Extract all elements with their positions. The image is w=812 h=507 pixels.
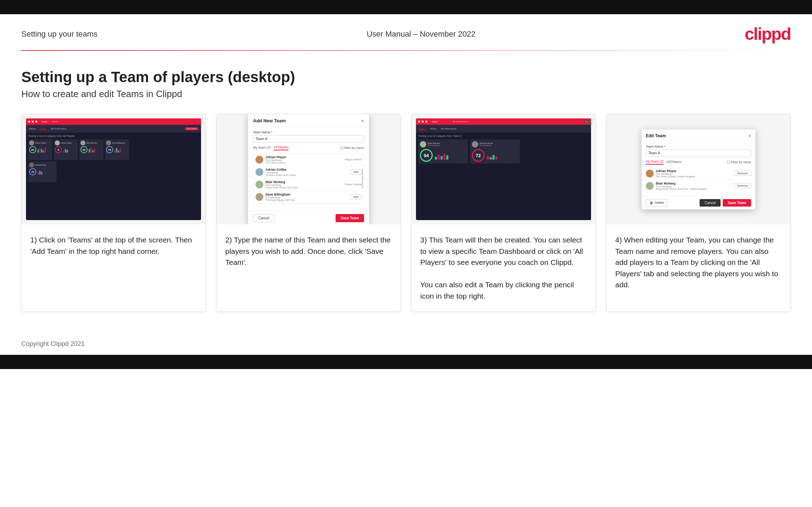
mockup-player-1-score-row: 84 xyxy=(29,146,51,153)
footer: Copyright Clippd 2021 xyxy=(0,333,812,355)
card-1: clippd Home My Performance Players Teams… xyxy=(21,114,206,312)
mockup-player-4: Dave Billingham 78 xyxy=(105,139,129,160)
player-info-2: Blair McHarg Plus HandicapRoyal North De… xyxy=(265,180,342,189)
card-4-screenshot: Edit Team × Team Name * My Team (2) All … xyxy=(607,114,790,224)
edit-dialog-body: Team Name * My Team (2) All Players Filt… xyxy=(642,141,755,196)
player-avatar-0 xyxy=(255,156,263,164)
dialog-footer: Cancel Save Team xyxy=(248,211,369,225)
edit-player-name-0: Adrian Player xyxy=(656,169,732,173)
page-title-section: Setting up a Team of players (desktop) H… xyxy=(0,51,812,114)
edit-tab-my-team[interactable]: My Team (2) xyxy=(646,160,664,165)
save-team-button[interactable]: Save Team xyxy=(336,214,364,222)
bar xyxy=(120,149,121,153)
edit-filter-checkbox[interactable] xyxy=(727,161,730,164)
mockup-player-4-top: Dave Billingham xyxy=(106,140,128,145)
player-sub-3: 5.5 HandicapThe Dog Maging Golf Club xyxy=(265,196,348,201)
team-bars-1 xyxy=(435,153,448,160)
mockup-players-grid: Adrian Collins 84 xyxy=(28,139,199,160)
edit-player-sub-1: Plus HandicapRoyal North Devon Golf Club… xyxy=(656,185,732,190)
team-avatar-2 xyxy=(472,141,478,148)
bar xyxy=(116,148,117,153)
card-3-mockup: clippd Teams My Performance ✏ Players Te… xyxy=(416,118,591,220)
mockup-score-1: 84 xyxy=(29,146,36,153)
player-avatar-1 xyxy=(255,168,263,176)
mockup-player-3-top: Blair McHarg xyxy=(80,140,102,145)
bar xyxy=(446,155,448,160)
mockup-add-team-btn: Add Team xyxy=(185,127,198,130)
scrollbar xyxy=(362,169,363,188)
mockup-player-5: Richard Butler 72 xyxy=(28,161,57,182)
card-3-description-1: 3) This Team will then be created. You c… xyxy=(420,236,583,266)
dialog-close-icon[interactable]: × xyxy=(361,118,364,124)
player-list: Adrian Player Plus HandicapThe Shive Lon… xyxy=(253,153,364,204)
edit-player-info-0: Adrian Player Plus HandicapThe Shive Lon… xyxy=(656,169,732,178)
player-info-3: Dave Billingham 5.5 HandicapThe Dog Magi… xyxy=(265,193,348,201)
bar xyxy=(65,149,66,153)
player-row-2: Blair McHarg Plus HandicapRoyal North De… xyxy=(253,178,364,191)
player-info-0: Adrian Player Plus HandicapThe Shive Lon… xyxy=(265,155,342,164)
edit-player-name-1: Blair McHarg xyxy=(656,182,732,185)
mockup-team-label: Finding 2 out of 2 players from: Team A xyxy=(418,135,589,137)
tab-all-players[interactable]: All Players xyxy=(274,145,289,150)
add-player-btn-3[interactable]: Add xyxy=(350,194,362,199)
mockup-bars-4 xyxy=(114,147,121,153)
team-name-input[interactable] xyxy=(253,135,364,143)
player-row-3: Dave Billingham 5.5 HandicapThe Dog Magi… xyxy=(253,191,364,203)
mockup-player-3-name: Blair McHarg xyxy=(86,142,97,144)
bar xyxy=(89,149,90,153)
mockup-team-player-1-header: Blair McHargPlus Handicap xyxy=(420,141,466,148)
mockup-nav-teams: My Performance xyxy=(62,121,77,123)
dialog-body: Team Name * My Team (2) All Players Filt… xyxy=(248,127,369,211)
edit-dialog-tabs: My Team (2) All Players Filter by name xyxy=(646,160,751,165)
bar xyxy=(39,171,41,175)
edit-dialog-close-icon[interactable]: × xyxy=(748,133,751,139)
remove-player-btn-0[interactable]: Remove xyxy=(734,171,751,176)
team-name-label: Team Name * xyxy=(253,130,364,134)
header-center-text: User Manual – November 2022 xyxy=(367,30,475,39)
player-sub-2: Plus HandicapRoyal North Devon Golf Club xyxy=(265,184,342,189)
mockup-player-2-score-row: 0 xyxy=(55,146,77,153)
cancel-button[interactable]: Cancel xyxy=(253,214,275,222)
mockup-brand-3: clippd xyxy=(432,121,437,123)
team-player-1-name: Blair McHargPlus Handicap xyxy=(428,142,440,146)
bar xyxy=(438,155,440,160)
topbar-dot xyxy=(35,121,37,123)
mockup-content: Finding 4 out of 4 players from: All Pla… xyxy=(26,133,201,184)
edit-actions: Cancel Save Team xyxy=(700,199,751,207)
edit-save-team-button[interactable]: Save Team xyxy=(723,199,751,207)
bar xyxy=(435,157,437,160)
delete-team-button[interactable]: 🗑 Delete xyxy=(646,199,668,207)
remove-player-btn-1[interactable]: Remove xyxy=(734,183,751,188)
bar xyxy=(495,156,497,160)
edit-tab-all-players[interactable]: All Players xyxy=(666,160,682,164)
bar xyxy=(487,156,489,160)
card-4: Edit Team × Team Name * My Team (2) All … xyxy=(606,114,791,312)
bar xyxy=(39,148,41,153)
mockup-avatar-3 xyxy=(80,140,85,145)
player-info-1: Adrian Coliba 1 HandicapCentral London G… xyxy=(265,168,348,176)
bar xyxy=(94,149,95,153)
add-player-btn-1[interactable]: Add xyxy=(350,169,362,175)
bar xyxy=(118,150,119,153)
player-status-2: Player Added xyxy=(344,183,362,186)
bar xyxy=(443,154,445,160)
edit-cancel-button[interactable]: Cancel xyxy=(700,199,721,207)
filter-checkbox-icon[interactable] xyxy=(340,146,343,149)
bar xyxy=(92,150,94,153)
card-4-description: 4) When editing your Team, you can chang… xyxy=(615,236,778,289)
player-name-2: Blair McHarg xyxy=(265,180,342,184)
team-bars-2 xyxy=(487,153,497,160)
topbar-dot xyxy=(418,121,420,123)
card-2-text: 2) Type the name of this Team and then s… xyxy=(217,224,400,311)
team-player-2-stats: 72 xyxy=(472,149,518,162)
topbar-dot xyxy=(425,121,427,123)
edit-team-name-input[interactable] xyxy=(646,149,751,157)
mockup-filter-label: Finding 4 out of 4 players from: All Pla… xyxy=(28,135,199,137)
bar xyxy=(490,157,492,160)
mockup-pencil-icon: ✏ xyxy=(584,120,589,123)
edit-team-dialog: Edit Team × Team Name * My Team (2) All … xyxy=(642,129,755,209)
edit-player-avatar-0 xyxy=(646,170,654,177)
tab-my-team[interactable]: My Team (2) xyxy=(253,146,271,150)
mockup-score-3: 94 xyxy=(80,146,88,153)
mockup-bars-3 xyxy=(89,147,95,153)
